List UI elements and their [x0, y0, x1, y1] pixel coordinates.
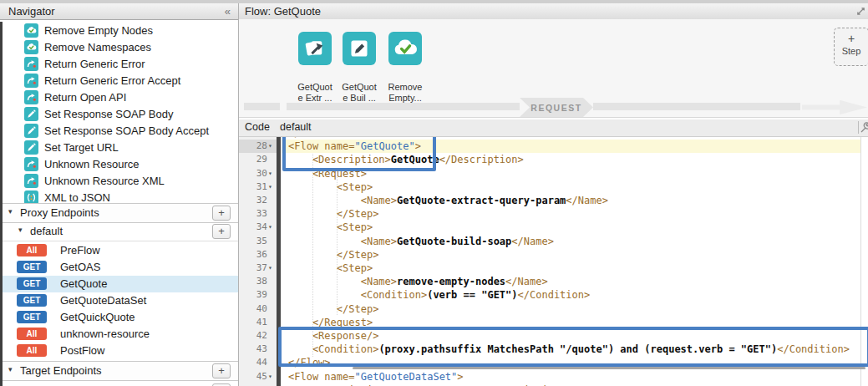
code-tab-default[interactable]: default	[280, 121, 312, 133]
assign-message-icon	[24, 124, 38, 138]
policy-item[interactable]: Set Response SOAP Body Accept	[0, 123, 238, 140]
fold-arrow-icon[interactable]: ▾	[268, 167, 272, 180]
code-line-31[interactable]: 31▾ <Step>	[239, 180, 868, 195]
step-label: GetQuote Extr ...	[292, 82, 338, 104]
cloud-check-icon	[24, 40, 38, 54]
endpoint-item-getquotedataset[interactable]: GETGetQuoteDataSet	[3, 292, 238, 309]
code-text: </Step>	[288, 248, 378, 262]
add-target-endpoint-button[interactable]: +	[212, 363, 231, 378]
code-line-37[interactable]: 37▾ <Step>	[239, 262, 868, 276]
build-message-icon[interactable]	[343, 32, 376, 65]
policy-label: Unknown Resource XML	[44, 175, 165, 187]
step-label: RemoveEmpty...	[382, 82, 429, 104]
policy-item[interactable]: Remove Namespaces	[0, 39, 238, 56]
add-proxy-endpoint-button[interactable]: +	[212, 206, 231, 221]
code-line-38[interactable]: 38 <Name>remove-empty-nodes</Name>	[239, 275, 868, 289]
policy-item[interactable]: Set Target URL	[0, 140, 238, 156]
line-number: 45	[239, 370, 267, 383]
policy-item[interactable]: Return Open API	[0, 89, 238, 106]
code-line-40[interactable]: 40 </Step>	[239, 302, 868, 317]
sidebar-left-scrollbar[interactable]	[0, 22, 3, 386]
code-line-33[interactable]: 33 </Step>	[239, 207, 868, 221]
expand-icon[interactable]	[855, 5, 866, 20]
line-number: 32	[239, 194, 267, 207]
endpoint-item-preflow[interactable]: AllPreFlow	[3, 242, 238, 259]
endpoint-item-postflow[interactable]: AllPostFlow	[3, 343, 238, 359]
flow-header: Flow: GetQuote	[239, 3, 868, 20]
method-badge: GET	[17, 311, 47, 323]
line-number: 35	[239, 235, 267, 248]
raise-fault-icon	[24, 57, 38, 71]
group-default[interactable]: ▾ default +	[0, 222, 238, 241]
flow-step[interactable]: RemoveEmpty...	[388, 32, 422, 65]
method-badge: All	[17, 328, 47, 340]
raise-fault-icon	[24, 174, 38, 188]
group-target-default[interactable]: ▾ default +	[0, 382, 238, 386]
apigee-proxy-editor-window: Navigator « Flow: GetQuote Remove Empty …	[0, 0, 868, 386]
fold-arrow-icon[interactable]: ▾	[268, 140, 272, 153]
line-number: 39	[239, 288, 267, 302]
code-text: <Step>	[288, 262, 373, 275]
endpoint-item-getquickquote[interactable]: GETGetQuickQuote	[3, 309, 238, 326]
section-proxy-endpoints[interactable]: ▾ Proxy Endpoints +	[0, 203, 238, 223]
extract-variables-icon[interactable]	[298, 32, 332, 65]
code-text: <Step>	[288, 180, 373, 194]
chevron-down-icon[interactable]: ▾	[8, 365, 13, 373]
panel-divider[interactable]	[238, 3, 239, 386]
fold-arrow-icon[interactable]: ▾	[268, 180, 272, 194]
collapse-sidebar-icon[interactable]: «	[225, 3, 231, 19]
fold-arrow-icon[interactable]: ▾	[268, 370, 272, 383]
horizontal-scrollbar[interactable]	[353, 367, 865, 369]
plus-icon: +	[835, 31, 868, 46]
fold-arrow-icon[interactable]: ▾	[268, 262, 272, 275]
line-number: 33	[239, 207, 267, 221]
code-line-36[interactable]: 36 </Step>	[239, 248, 868, 262]
flow-step[interactable]: GetQuote Extr ...	[298, 32, 332, 65]
policy-item[interactable]: Return Generic Error Accept	[0, 73, 238, 89]
request-label: REQUEST	[530, 103, 581, 113]
code-line-34[interactable]: 34▾ <Step>	[239, 221, 868, 235]
chevron-down-icon[interactable]: ▾	[18, 226, 23, 234]
policy-label: Set Response SOAP Body Accept	[44, 124, 209, 137]
code-text: <Condition>(verb == "GET")</Condition>	[288, 288, 590, 302]
settings-wrench-icon[interactable]	[859, 121, 868, 135]
line-number: 29	[239, 153, 267, 166]
policy-item[interactable]: Unknown Resource	[0, 156, 238, 173]
code-text: </Step>	[288, 302, 378, 316]
highlight-box-flow-name	[282, 137, 436, 171]
section-label: Proxy Endpoints	[20, 206, 99, 219]
endpoint-item-getoas[interactable]: GETGetOAS	[3, 259, 238, 276]
fold-arrow-icon[interactable]: ▾	[268, 221, 272, 234]
policy-item[interactable]: Set Response SOAP Body	[0, 106, 238, 123]
group-label: default	[30, 225, 63, 237]
add-step-button[interactable]: + Step	[834, 28, 868, 66]
code-line-32[interactable]: 32 <Name>GetQuote-extract-query-param</N…	[239, 194, 868, 208]
policy-label: Remove Namespaces	[44, 41, 151, 53]
method-badge: GET	[17, 294, 47, 307]
endpoint-item-getquote[interactable]: GETGetQuote	[3, 276, 238, 292]
section-target-endpoints[interactable]: ▾ Target Endpoints +	[0, 361, 238, 381]
flow-title: Flow: GetQuote	[245, 3, 321, 19]
line-number: 38	[239, 275, 267, 288]
code-line-45[interactable]: 45▾<Flow name="GetQuoteDataSet">	[239, 370, 868, 384]
policy-item[interactable]: Remove Empty Nodes	[0, 23, 238, 39]
policy-label: Unknown Resource	[44, 158, 139, 170]
policy-item[interactable]: Unknown Resource XML	[0, 173, 238, 190]
endpoint-item-unknown-resource[interactable]: Allunknown-resource	[3, 326, 238, 343]
line-number: 40	[239, 302, 267, 316]
chevron-down-icon[interactable]: ▾	[8, 207, 13, 216]
flow-step[interactable]: GetQuote Buil ...	[343, 32, 376, 65]
cloud-check-icon[interactable]	[388, 32, 422, 65]
pipeline-arrow-icon	[802, 98, 867, 117]
policy-item[interactable]: Return Generic Error	[0, 56, 238, 73]
add-flow-button[interactable]: +	[212, 224, 231, 239]
code-text: <Name>remove-empty-nodes</Name>	[288, 275, 548, 288]
method-badge: GET	[17, 261, 47, 273]
policy-label: Set Response SOAP Body	[44, 108, 173, 120]
code-line-35[interactable]: 35 <Name>GetQuote-build-soap</Name>	[239, 235, 868, 249]
code-line-39[interactable]: 39 <Condition>(verb == "GET")</Condition…	[239, 288, 868, 302]
code-editor[interactable]: 27</Flow>28▾<Flow name="GetQuote">29 <De…	[239, 137, 868, 386]
endpoint-label: GetQuote	[60, 277, 107, 290]
section-label: Target Endpoints	[20, 364, 102, 377]
policy-label: Return Open API	[44, 91, 126, 104]
